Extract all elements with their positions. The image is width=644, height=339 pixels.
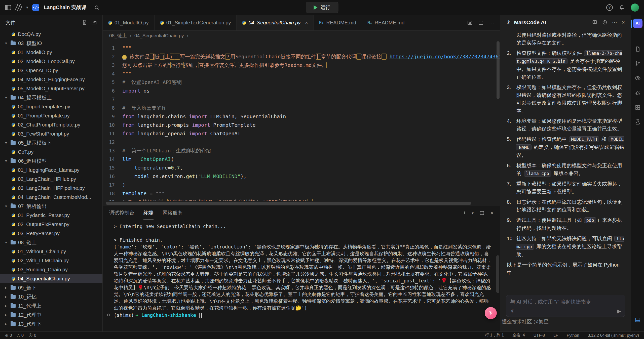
- sidebar-toggle-icon[interactable]: [5, 5, 11, 10]
- debug-icon[interactable]: [635, 90, 641, 97]
- tree-folder-item[interactable]: ▸13_代理下: [0, 319, 102, 328]
- help-icon[interactable]: ?: [606, 4, 613, 11]
- preview-icon[interactable]: [635, 75, 641, 82]
- tree-file-item[interactable]: 03_RetryParser.py: [0, 229, 102, 238]
- app-logo-icon[interactable]: [15, 4, 22, 11]
- more-options-icon[interactable]: ⋯: [612, 19, 617, 25]
- close-icon[interactable]: ×: [305, 20, 308, 26]
- more-actions-icon[interactable]: ⋯: [489, 20, 495, 26]
- tree-file-item[interactable]: 02_OutputFixParser.py: [0, 220, 102, 229]
- tree-file-item[interactable]: 05_ModelIO_OutputParser.py: [0, 84, 102, 93]
- breadcrumb-separator-icon: ›: [187, 33, 188, 38]
- new-file-icon[interactable]: [82, 20, 87, 25]
- tree-folder-item[interactable]: ▸12_代理中: [0, 310, 102, 319]
- tree-folder-item[interactable]: ▾03_模型IO: [0, 39, 102, 48]
- tree-file-item[interactable]: 02_ChatPromptTemplate.py: [0, 120, 102, 129]
- send-icon[interactable]: ▶: [617, 308, 621, 314]
- ai-chat-input[interactable]: 与 AI 对话，或使用 "/" 唤起快捷指令 ✳ ▶: [506, 295, 625, 317]
- editor-tab[interactable]: M↓README.md: [314, 15, 362, 30]
- tree-file-item[interactable]: 04_SequentialChain.py: [0, 274, 102, 283]
- tree-file-item[interactable]: 03_LangChain_HFPipeline.py: [0, 184, 102, 193]
- ai-item-text: 代码错误：检查代码中 MODEL_PATH 和 MODEL_NAME 的定义，确…: [516, 135, 624, 159]
- tree-file-item[interactable]: 01_Pydantic_Parser.py: [0, 211, 102, 220]
- source-control-icon[interactable]: [635, 61, 641, 68]
- editor-tab[interactable]: 01_ModelIO.py: [103, 15, 155, 30]
- project-name[interactable]: LangChain 实战课: [44, 4, 86, 11]
- search-icon[interactable]: [94, 5, 100, 11]
- split-editor-icon[interactable]: [478, 20, 484, 26]
- terminal[interactable]: > Entering new SequentialChain chain... …: [103, 220, 500, 331]
- close-icon[interactable]: ×: [622, 19, 625, 25]
- panel-tab[interactable]: 调试控制台: [109, 206, 134, 220]
- tree-file-item[interactable]: DocQA.py: [0, 30, 102, 39]
- bell-icon[interactable]: [619, 5, 625, 11]
- panel-tab[interactable]: 网络服务: [163, 206, 183, 220]
- docs-icon[interactable]: [635, 46, 641, 53]
- panel-layout-icon[interactable]: [634, 317, 641, 324]
- tree-folder-item[interactable]: ▾06_调用模型: [0, 156, 102, 165]
- lightbulb-icon[interactable]: [122, 55, 127, 59]
- open-preview-icon[interactable]: [467, 20, 473, 26]
- editor-tab[interactable]: 04_SequentialChain.py×: [237, 15, 314, 30]
- terminal-dropdown-icon[interactable]: ▾: [472, 211, 474, 216]
- tree-folder-item[interactable]: ▸10_记忆: [0, 292, 102, 301]
- status-errors[interactable]: ⊘0: [5, 333, 12, 338]
- tree-file-item[interactable]: 04_LangChain_CustomizeMod...: [0, 193, 102, 202]
- tree-file-item[interactable]: 04_ModelIO_HuggingFace.py: [0, 75, 102, 84]
- tree-folder-item[interactable]: ▾05_提示模板下: [0, 138, 102, 147]
- tree-file-item[interactable]: 03_Running_Chain.py: [0, 265, 102, 274]
- tree-folder-item[interactable]: ▸11_代理上: [0, 301, 102, 310]
- status-warnings[interactable]: △0: [17, 333, 23, 338]
- line-number: 5: [103, 78, 122, 87]
- status-infos[interactable]: ⓘ0: [29, 333, 36, 338]
- breadcrumb-item[interactable]: 04_SequentialChain.py: [134, 33, 184, 38]
- editor-tab[interactable]: M↓README.md: [362, 15, 410, 30]
- chevron-down-icon[interactable]: ▾: [26, 5, 28, 10]
- horizontal-scrollbar[interactable]: [103, 201, 500, 206]
- panel-tab[interactable]: 终端: [143, 206, 154, 220]
- terminal-prompt[interactable]: (shims)➜LangChain-shizhanke: [114, 312, 493, 319]
- tree-file-item[interactable]: 03_FewShotPrompt.py: [0, 129, 102, 138]
- tree-file-item[interactable]: 01_HuggingFace_Llama.py: [0, 165, 102, 175]
- terminal-scrollbar[interactable]: [496, 255, 499, 293]
- extensions-icon[interactable]: [635, 104, 641, 111]
- scrollbar-thumb[interactable]: [106, 202, 471, 205]
- close-panel-icon[interactable]: ×: [490, 210, 494, 216]
- new-terminal-icon[interactable]: +: [463, 210, 466, 216]
- breadcrumb-item[interactable]: …: [192, 33, 196, 38]
- status-item[interactable]: 行 1，列 1: [485, 333, 504, 338]
- status-item[interactable]: 3.12.2 64-bit ('shims': pyenv): [588, 333, 639, 338]
- breadcrumb-item[interactable]: 08_链上: [109, 32, 127, 39]
- new-chat-icon[interactable]: [592, 20, 597, 25]
- tree-file-item[interactable]: 01_ModelIO.py: [0, 48, 102, 57]
- status-item[interactable]: UTF-8: [534, 333, 545, 338]
- ai-assistant-button[interactable]: AI: [633, 19, 642, 28]
- tree-file-item[interactable]: 00_ImportTemplates.py: [0, 102, 102, 111]
- history-icon[interactable]: [602, 20, 608, 25]
- tree-file-item[interactable]: 02_LangChain_HFHub.py: [0, 175, 102, 184]
- vertical-scrollbar[interactable]: [497, 41, 500, 99]
- python-file-icon: [12, 268, 15, 272]
- new-folder-icon[interactable]: [91, 20, 97, 25]
- tree-file-item[interactable]: 02_With_LLMChain.py: [0, 256, 102, 265]
- status-item[interactable]: Python: [567, 333, 579, 338]
- run-button[interactable]: 运行: [306, 2, 338, 13]
- status-item[interactable]: LF: [553, 333, 558, 338]
- tree-file-item[interactable]: 01_Without_Chain.py: [0, 247, 102, 256]
- marscode-floating-button[interactable]: ✳: [485, 307, 497, 319]
- tree-file-item[interactable]: 03_OpenAI_IO.py: [0, 66, 102, 75]
- test-icon[interactable]: [635, 119, 641, 126]
- code-editor[interactable]: 1"""2该文件是【链（上）：写一篇完美鲜花推文？用SequentialChai…: [103, 41, 500, 206]
- tree-folder-item[interactable]: ▾07_解析输出: [0, 202, 102, 211]
- tree-folder-item[interactable]: ▾08_链上: [0, 238, 102, 247]
- user-avatar[interactable]: [631, 4, 639, 12]
- tree-file-item[interactable]: 02_ModelIO_LoopCall.py: [0, 57, 102, 66]
- chevron-down-icon: ▾: [4, 240, 8, 245]
- tree-folder-item[interactable]: ▾04_提示模板上: [0, 93, 102, 102]
- tree-file-item[interactable]: CoT.py: [0, 147, 102, 156]
- tree-file-item[interactable]: 01_PromptTemplate.py: [0, 111, 102, 120]
- editor-tab[interactable]: 01_SimpleTextGeneration.py: [155, 15, 237, 30]
- status-item[interactable]: 空格: 4: [512, 333, 525, 338]
- split-panel-icon[interactable]: [479, 210, 485, 216]
- tree-folder-item[interactable]: ▸09_链下: [0, 283, 102, 292]
